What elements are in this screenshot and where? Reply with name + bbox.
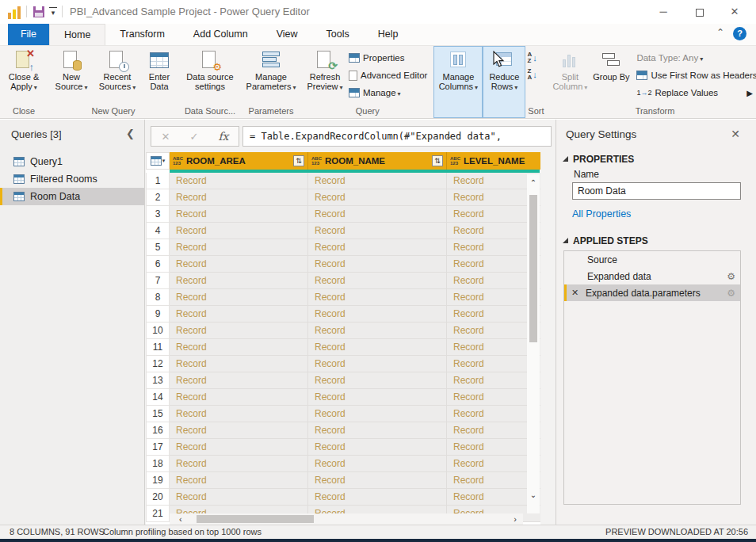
row-number[interactable]: 18 [146,456,170,472]
step-settings-gear-icon[interactable]: ⚙ [727,288,735,299]
collapse-queries-panel-icon[interactable]: ❮ [126,128,135,139]
record-cell[interactable]: Record [308,339,447,356]
close-and-apply-button[interactable]: ✕↑ Close & Apply [2,48,46,93]
vertical-scroll-thumb[interactable] [529,195,537,342]
record-cell[interactable]: Record [308,406,447,422]
row-number[interactable]: 19 [146,472,170,489]
record-cell[interactable]: Record [170,472,308,489]
column-type-icon[interactable]: ABC123 [450,156,460,166]
record-cell[interactable]: Record [170,206,308,223]
record-cell[interactable]: Record [170,306,308,323]
row-number[interactable]: 20 [146,489,170,506]
tab-add-column[interactable]: Add Column [179,24,262,45]
applied-step[interactable]: ✕Expanded data.parameters⚙ [564,284,740,301]
horizontal-scroll-thumb[interactable] [197,515,314,523]
record-cell[interactable]: Record [170,323,308,339]
record-cell[interactable]: Record [308,206,447,223]
record-cell[interactable]: Record [308,489,447,506]
query-item[interactable]: Filtered Rooms [0,170,144,188]
refresh-preview-button[interactable]: ⟳ Refresh Preview [303,48,347,93]
record-cell[interactable]: Record [308,289,447,306]
row-number[interactable]: 8 [146,289,170,306]
record-cell[interactable]: Record [308,223,447,239]
row-number[interactable]: 3 [146,206,170,223]
record-cell[interactable]: Record [170,489,308,506]
record-cell[interactable]: Record [170,289,308,306]
expand-formula-bar-icon[interactable]: ⌄ [445,131,452,141]
applied-step[interactable]: Source [564,251,740,268]
new-source-button[interactable]: New Source [49,48,94,93]
cancel-formula-icon[interactable]: ✕ [162,131,170,143]
delete-step-icon[interactable]: ✕ [571,288,582,298]
column-type-icon[interactable]: ABC123 [173,156,183,166]
tab-tools[interactable]: Tools [312,24,364,45]
applied-steps-section-header[interactable]: APPLIED STEPS [563,235,648,246]
record-cell[interactable]: Record [308,422,447,439]
scroll-down-icon[interactable]: ⌄ [527,490,540,499]
record-cell[interactable]: Record [308,456,447,472]
use-first-row-as-headers-button[interactable]: Use First Row as Headers [636,67,756,84]
minimize-button[interactable]: ─ [647,0,680,24]
column-header[interactable]: ABC123ROOM_AREA⇅ [170,152,308,170]
properties-button[interactable]: Properties [349,49,427,67]
record-cell[interactable]: Record [170,406,308,422]
record-cell[interactable]: Record [170,189,308,206]
sort-descending-icon[interactable]: ZA↓ [527,67,544,81]
record-cell[interactable]: Record [170,256,308,273]
record-cell[interactable]: Record [170,456,308,472]
query-name-input[interactable]: Room Data [572,182,741,200]
row-number[interactable]: 6 [146,256,170,273]
record-cell[interactable]: Record [170,273,308,289]
scroll-up-icon[interactable]: ⌃ [527,178,540,187]
record-cell[interactable]: Record [308,189,447,206]
row-number[interactable]: 10 [146,323,170,339]
row-number[interactable]: 15 [146,406,170,422]
tab-transform[interactable]: Transform [105,24,179,45]
data-source-settings-button[interactable]: ⚙ Data source settings [181,48,239,91]
record-cell[interactable]: Record [308,389,447,406]
row-number[interactable]: 7 [146,273,170,289]
query-item[interactable]: Room Data [0,188,144,205]
replace-values-button[interactable]: 1→2 Replace Values [636,84,756,101]
record-cell[interactable]: Record [308,323,447,339]
enter-data-button[interactable]: Enter Data [141,48,178,91]
record-cell[interactable]: Record [308,472,447,489]
record-cell[interactable]: Record [170,339,308,356]
row-number[interactable]: 4 [146,223,170,239]
record-cell[interactable]: Record [308,256,447,273]
quick-access-toolbar-dropdown-icon[interactable]: ▾ [49,7,57,17]
record-cell[interactable]: Record [308,273,447,289]
row-number[interactable]: 16 [146,422,170,439]
record-cell[interactable]: Record [308,306,447,323]
tab-view[interactable]: View [262,24,312,45]
row-number[interactable]: 1 [146,173,170,189]
record-cell[interactable]: Record [170,389,308,406]
row-number[interactable]: 14 [146,389,170,406]
record-cell[interactable]: Record [308,356,447,372]
select-all-corner[interactable]: ▾ [146,152,170,170]
record-cell[interactable]: Record [170,422,308,439]
step-settings-gear-icon[interactable]: ⚙ [727,271,735,282]
record-cell[interactable]: Record [308,372,447,389]
record-cell[interactable]: Record [170,173,308,189]
record-cell[interactable]: Record [308,173,447,189]
row-number[interactable]: 21 [146,506,170,522]
record-cell[interactable]: Record [170,239,308,256]
expand-column-icon[interactable]: ⇅ [432,155,443,166]
record-cell[interactable]: Record [170,356,308,372]
row-number[interactable]: 5 [146,239,170,256]
manage-parameters-button[interactable]: Manage Parameters [242,48,300,93]
close-query-settings-icon[interactable]: ✕ [731,128,740,140]
column-type-icon[interactable]: ABC123 [311,156,322,166]
tab-file[interactable]: File [8,24,49,45]
query-item[interactable]: Query1 [0,153,144,170]
record-cell[interactable]: Record [170,439,308,456]
row-number[interactable]: 13 [146,372,170,389]
commit-formula-icon[interactable]: ✓ [189,131,198,143]
record-cell[interactable]: Record [308,239,447,256]
applied-step[interactable]: Expanded data⚙ [564,268,740,284]
data-type-button[interactable]: Data Type: Any [636,49,756,67]
record-cell[interactable]: Record [170,223,308,239]
ribbon-overflow-arrow-icon[interactable]: ▶ [746,89,753,97]
maximize-button[interactable] [683,0,716,24]
